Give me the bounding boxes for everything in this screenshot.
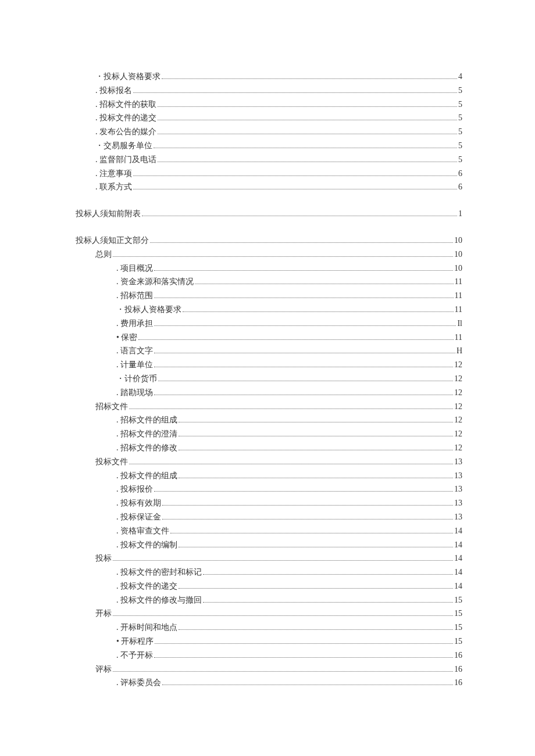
toc-leader-dots (154, 395, 453, 395)
toc-leader-dots (158, 120, 457, 120)
toc-entry-page: 5 (458, 139, 462, 153)
toc-leader-dots (113, 615, 453, 616)
toc-entry: . 投标有效期13 (76, 496, 462, 510)
toc-entry: . 注意事项6 (76, 167, 462, 181)
toc-entry-label: . 投标有效期 (116, 496, 161, 510)
toc-entry-label: . 费用承担 (116, 317, 153, 331)
toc-entry-page: 11 (455, 289, 462, 303)
toc-entry: . 开标时间和地点15 (76, 621, 462, 635)
toc-entry: 总则10 (76, 248, 462, 261)
toc-entry-page: 15 (454, 593, 462, 607)
toc-entry-label: 开标 (95, 607, 112, 621)
toc-entry-page: 4 (458, 70, 462, 84)
toc-entry-page: 10 (454, 261, 462, 275)
toc-leader-dots (154, 657, 453, 658)
toc-entry-page: 14 (454, 579, 462, 593)
toc-entry-label: . 资格审查文件 (116, 524, 169, 538)
toc-entry: . 资金来源和落实情况11 (76, 275, 462, 289)
toc-leader-dots (154, 298, 454, 298)
toc-entry: ・投标人资格要求4 (76, 70, 462, 84)
toc-entry-label: . 招标范围 (116, 289, 153, 303)
toc-entry-page: 10 (454, 248, 462, 261)
toc-leader-dots (203, 574, 453, 575)
toc-entry: . 资格审查文件14 (76, 524, 462, 538)
toc-entry: 投标人须知正文部分10 (76, 234, 462, 248)
toc-entry-page: 16 (454, 676, 462, 690)
toc-entry-label: . 招标文件的修改 (116, 441, 177, 455)
toc-entry: 开标15 (76, 607, 462, 621)
toc-entry-label: . 不予开标 (116, 648, 153, 662)
toc-entry-page: 6 (458, 167, 462, 181)
toc-entry-label: . 评标委员会 (116, 676, 161, 690)
toc-leader-dots (162, 685, 453, 685)
toc-leader-dots (179, 436, 453, 436)
toc-entry-page: 12 (454, 386, 462, 400)
toc-leader-dots (154, 270, 453, 271)
toc-entry: • 保密11 (76, 331, 462, 345)
toc-leader-dots (138, 339, 453, 340)
toc-entry-label: 评标 (95, 662, 112, 676)
toc-entry: . 投标文件的修改与撤回15 (76, 593, 462, 607)
toc-entry-label: . 招标文件的澄清 (116, 427, 177, 441)
toc-entry: 评标16 (76, 662, 462, 676)
toc-leader-dots (142, 216, 457, 216)
toc-leader-dots (195, 284, 454, 284)
toc-entry-label: . 投标文件的组成 (116, 469, 177, 483)
toc-entry-label: 投标人须知前附表 (76, 207, 141, 221)
toc-entry-page: 15 (454, 635, 462, 648)
toc-entry: 投标14 (76, 551, 462, 565)
toc-leader-dots (179, 478, 453, 478)
toc-entry-label: . 投标报名 (95, 84, 132, 98)
toc-entry-page: 11 (455, 303, 462, 317)
toc-leader-dots (154, 491, 453, 492)
toc-entry-page: 16 (454, 662, 462, 676)
toc-entry-page: 14 (454, 524, 462, 538)
toc-entry-page: Il (457, 317, 462, 331)
toc-entry-page: H (456, 344, 462, 358)
toc-leader-dots (154, 325, 456, 326)
toc-entry: . 招标范围11 (76, 289, 462, 303)
toc-entry-page: 5 (458, 153, 462, 167)
toc-leader-dots (203, 602, 453, 603)
toc-entry: . 投标文件的组成13 (76, 469, 462, 483)
toc-entry: . 联系方式6 (76, 180, 462, 194)
toc-entry-page: 16 (454, 648, 462, 662)
toc-entry-label: . 踏勘现场 (116, 386, 153, 400)
toc-leader-dots (179, 422, 453, 422)
toc-entry: . 监督部门及电话5 (76, 153, 462, 167)
toc-leader-dots (179, 450, 453, 450)
toc-entry: . 投标报名5 (76, 84, 462, 98)
toc-entry: . 费用承担Il (76, 317, 462, 331)
toc-entry: . 投标文件的密封和标记14 (76, 565, 462, 579)
toc-leader-dots (158, 106, 457, 107)
toc-entry-page: 12 (454, 413, 462, 427)
toc-leader-dots (154, 367, 453, 367)
toc-entry-label: ・投标人资格要求 (95, 70, 160, 84)
toc-entry-page: 11 (455, 331, 462, 345)
toc-leader-dots (158, 134, 457, 134)
toc-entry: . 踏勘现场12 (76, 386, 462, 400)
toc-entry-label: . 投标保证金 (116, 510, 161, 524)
toc-leader-dots (133, 175, 457, 176)
toc-entry: . 招标文件的修改12 (76, 441, 462, 455)
toc-entry-label: . 监督部门及电话 (95, 153, 156, 167)
toc-entry-label: 投标文件 (95, 455, 128, 469)
toc-leader-dots (162, 78, 457, 79)
toc-entry-page: 13 (454, 510, 462, 524)
toc-entry-label: . 投标文件的修改与撤回 (116, 593, 202, 607)
toc-entry-page: 6 (458, 180, 462, 194)
toc-entry: . 招标文件的澄清12 (76, 427, 462, 441)
toc-entry-label: . 投标文件的编制 (116, 538, 177, 552)
toc-entry-label: 总则 (95, 248, 112, 261)
toc-entry-page: 11 (455, 275, 462, 289)
toc-entry-label: . 语言文字 (116, 344, 153, 358)
toc-entry-page: 12 (454, 400, 462, 414)
toc-entry: . 投标保证金13 (76, 510, 462, 524)
toc-leader-dots (179, 547, 453, 547)
toc-leader-dots (129, 464, 453, 464)
toc-entry-page: 5 (458, 98, 462, 112)
toc-entry: . 项目概况10 (76, 261, 462, 275)
toc-entry-page: 12 (454, 372, 462, 386)
toc-leader-dots (170, 533, 453, 533)
toc-entry-label: • 开标程序 (116, 635, 154, 648)
